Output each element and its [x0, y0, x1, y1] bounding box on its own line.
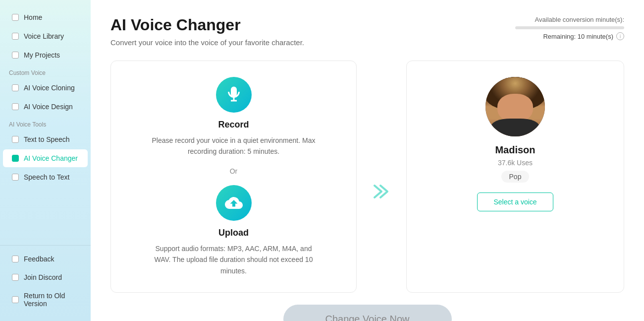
- change-voice-button[interactable]: Change Voice Now: [283, 305, 452, 321]
- record-title: Record: [218, 120, 249, 130]
- conversion-info: Available conversion minute(s): Remainin…: [515, 16, 624, 40]
- sidebar-item-ai-voice-design[interactable]: AI Voice Design: [3, 98, 88, 116]
- home-checkbox: [12, 14, 19, 21]
- ai-voice-changer-checkbox: [12, 155, 19, 162]
- ai-voice-cloning-checkbox: [12, 84, 19, 91]
- record-icon-circle[interactable]: [216, 77, 252, 113]
- arrow-container: [367, 61, 396, 293]
- sidebar-bottom: Feedback Join Discord Return to Old Vers…: [0, 245, 91, 313]
- info-icon[interactable]: i: [616, 32, 624, 40]
- sidebar-item-text-to-speech[interactable]: Text to Speech: [3, 130, 88, 148]
- conversion-remaining: Remaining: 10 minute(s) i: [515, 32, 624, 40]
- or-divider: Or: [230, 167, 238, 175]
- remaining-text: Remaining: 10 minute(s): [543, 33, 613, 40]
- upload-icon: [225, 194, 243, 212]
- record-description: Please record your voice in a quiet envi…: [150, 135, 318, 157]
- sidebar-item-join-discord[interactable]: Join Discord: [3, 268, 88, 286]
- voice-uses: 37.6k Uses: [498, 159, 533, 167]
- sidebar-item-speech-to-text[interactable]: Speech to Text: [3, 168, 88, 186]
- join-discord-checkbox: [12, 274, 19, 281]
- sidebar-item-ai-voice-cloning[interactable]: AI Voice Cloning: [3, 79, 88, 97]
- sidebar-label-speech-to-text: Speech to Text: [24, 173, 69, 181]
- sidebar-item-return-old[interactable]: Return to Old Version: [3, 287, 88, 313]
- sidebar: Home Voice Library My Projects Custom Vo…: [0, 0, 91, 321]
- upload-icon-circle[interactable]: [216, 185, 252, 221]
- left-panel: Record Please record your voice in a qui…: [110, 61, 357, 293]
- conversion-label: Available conversion minute(s):: [515, 16, 624, 23]
- custom-voice-section-label: Custom Voice: [0, 64, 91, 78]
- sidebar-label-join-discord: Join Discord: [24, 273, 62, 281]
- upload-title: Upload: [218, 228, 249, 238]
- content-row: Record Please record your voice in a qui…: [110, 61, 624, 293]
- ai-voice-design-checkbox: [12, 103, 19, 110]
- speech-to-text-checkbox: [12, 174, 19, 181]
- forward-arrow-icon: [372, 182, 391, 201]
- conversion-bar: [515, 26, 624, 29]
- avatar-face-skin: [497, 94, 533, 123]
- sidebar-label-voice-library: Voice Library: [24, 32, 64, 40]
- return-old-checkbox: [12, 296, 19, 303]
- sidebar-item-home[interactable]: Home: [3, 8, 88, 26]
- ai-voice-tools-section-label: AI Voice Tools: [0, 116, 91, 130]
- sidebar-label-ai-voice-cloning: AI Voice Cloning: [24, 84, 75, 92]
- sidebar-label-text-to-speech: Text to Speech: [24, 135, 70, 143]
- avatar-face: [485, 77, 545, 136]
- voice-library-checkbox: [12, 33, 19, 40]
- sidebar-label-home: Home: [24, 13, 42, 21]
- text-to-speech-checkbox: [12, 136, 19, 143]
- sidebar-label-ai-voice-changer: AI Voice Changer: [24, 154, 78, 162]
- my-projects-checkbox: [12, 52, 19, 59]
- sidebar-label-ai-voice-design: AI Voice Design: [24, 103, 73, 111]
- sidebar-label-my-projects: My Projects: [24, 51, 60, 59]
- main-content: AI Voice Changer Convert your voice into…: [91, 0, 644, 321]
- arrow-chevrons: [372, 182, 391, 201]
- select-voice-button[interactable]: Select a voice: [477, 193, 553, 211]
- upload-description: Support audio formats: MP3, AAC, ARM, M4…: [150, 243, 318, 276]
- avatar: [485, 77, 545, 136]
- avatar-body: [491, 119, 539, 136]
- sidebar-label-feedback: Feedback: [24, 255, 54, 263]
- sidebar-label-return-old: Return to Old Version: [24, 292, 79, 308]
- sidebar-item-my-projects[interactable]: My Projects: [3, 46, 88, 64]
- sidebar-item-ai-voice-changer[interactable]: AI Voice Changer: [3, 149, 88, 167]
- sidebar-item-feedback[interactable]: Feedback: [3, 250, 88, 268]
- right-panel: Madison 37.6k Uses Pop Select a voice: [406, 61, 624, 293]
- voice-genre: Pop: [501, 171, 530, 183]
- voice-name: Madison: [495, 144, 535, 156]
- sidebar-item-voice-library[interactable]: Voice Library: [3, 27, 88, 45]
- feedback-checkbox: [12, 256, 19, 262]
- microphone-icon: [225, 86, 243, 104]
